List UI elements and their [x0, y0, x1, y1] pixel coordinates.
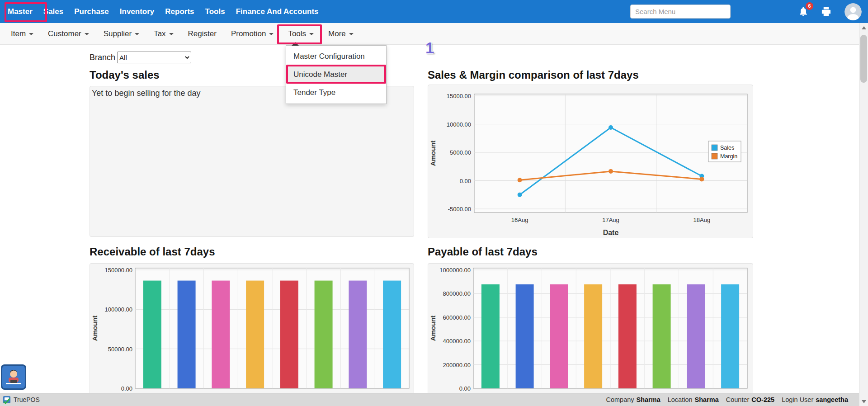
chevron-down-icon: [29, 33, 33, 35]
print-button[interactable]: [820, 6, 832, 18]
subnav-item-promotion[interactable]: Promotion: [224, 23, 281, 45]
sales-margin-chart-title: Sales & Margin comparison of last 7days: [428, 69, 639, 81]
subnav-item-item[interactable]: Item: [4, 23, 41, 45]
truepos-desktop-shortcut[interactable]: [1, 362, 29, 391]
top-nav-items: Master Sales Purchase Inventory Reports …: [0, 0, 324, 23]
menu-item-master-configuration[interactable]: Master Configuration: [286, 47, 386, 66]
scrollbar-thumb[interactable]: [860, 35, 867, 83]
svg-text:600000.00: 600000.00: [443, 314, 471, 321]
notification-badge: 6: [806, 2, 813, 10]
status-bar: TruePOS CompanySharma LocationSharma Cou…: [0, 393, 868, 406]
printer-icon: [821, 6, 831, 17]
subnav-item-label: Customer: [48, 23, 81, 45]
svg-text:5000.00: 5000.00: [450, 149, 471, 156]
scrollbar-up-arrow[interactable]: [859, 24, 868, 31]
sub-navbar: Item Customer Supplier Tax Register Prom…: [0, 23, 868, 45]
subnav-item-more[interactable]: More: [321, 23, 361, 45]
svg-text:17Aug: 17Aug: [602, 217, 619, 223]
svg-text:15000.00: 15000.00: [447, 93, 471, 99]
vertical-scrollbar[interactable]: [859, 23, 868, 406]
subnav-item-label: More: [328, 23, 346, 45]
footer-value: Sharma: [695, 396, 719, 403]
branch-label: Branch: [90, 53, 115, 62]
nav-inventory[interactable]: Inventory: [114, 0, 160, 23]
subnav-item-customer[interactable]: Customer: [41, 23, 96, 45]
svg-text:Amount: Amount: [429, 316, 437, 341]
receivable-chart-panel: 150000.00100000.0050000.000.00Amount: [90, 263, 414, 403]
nav-master[interactable]: Master: [2, 0, 38, 23]
footer-value: Sharma: [637, 396, 660, 403]
footer-value: sangeetha: [816, 396, 848, 403]
footer-company: CompanySharma: [606, 396, 660, 403]
subnav-item-label: Item: [11, 23, 26, 45]
svg-text:Amount: Amount: [429, 141, 437, 166]
sales-margin-chart-panel: 15000.0010000.005000.000.00-5000.0016Aug…: [428, 85, 753, 238]
nav-purchase[interactable]: Purchase: [69, 0, 114, 23]
receivable-chart-title: Receivable of last 7days: [90, 245, 215, 258]
subnav-item-label: Supplier: [104, 23, 132, 45]
triangle-down-icon: [862, 400, 866, 403]
footer-brand-text: TruePOS: [14, 396, 40, 403]
footer-session-info: CompanySharma LocationSharma CounterCO-2…: [606, 396, 848, 403]
today-sales-panel: Yet to begin selling for the day: [90, 86, 414, 237]
truepos-logo-icon: [3, 396, 11, 404]
payable-chart-title: Payable of last 7days: [428, 245, 538, 258]
subnav-item-label: Tools: [288, 23, 306, 45]
svg-text:1000000.00: 1000000.00: [439, 267, 471, 274]
desktop-shortcut-icon: [1, 362, 29, 391]
chevron-down-icon: [269, 33, 274, 35]
svg-text:0.00: 0.00: [459, 385, 471, 392]
payable-bar-chart: 1000000.00800000.00600000.00400000.00200…: [428, 264, 752, 399]
chevron-down-icon: [169, 33, 174, 35]
svg-text:18Aug: 18Aug: [693, 217, 711, 223]
subnav-item-tools[interactable]: Tools: [281, 23, 321, 45]
svg-text:200000.00: 200000.00: [443, 362, 471, 368]
user-avatar-icon: [844, 3, 862, 20]
footer-brand: TruePOS: [3, 396, 40, 404]
svg-text:Amount: Amount: [91, 316, 99, 341]
subnav-item-label: Tax: [154, 23, 165, 45]
scrollbar-down-arrow[interactable]: [859, 398, 868, 405]
footer-counter: CounterCO-225: [726, 396, 774, 403]
subnav-item-supplier[interactable]: Supplier: [96, 23, 146, 45]
top-navbar: Master Sales Purchase Inventory Reports …: [0, 0, 868, 23]
chevron-down-icon: [309, 33, 314, 35]
subnav-item-register[interactable]: Register: [181, 23, 224, 45]
svg-text:Date: Date: [603, 229, 619, 236]
nav-sales[interactable]: Sales: [38, 0, 69, 23]
svg-text:150000.00: 150000.00: [105, 267, 132, 274]
sales-margin-line-chart: 15000.0010000.005000.000.00-5000.0016Aug…: [428, 85, 753, 238]
svg-text:800000.00: 800000.00: [443, 290, 471, 297]
svg-text:0.00: 0.00: [460, 178, 471, 184]
subnav-item-tax[interactable]: Tax: [146, 23, 180, 45]
today-sales-title: Today's sales: [90, 69, 160, 81]
chevron-down-icon: [135, 33, 139, 35]
subnav-item-label: Register: [188, 23, 217, 45]
search-menu-input[interactable]: [630, 5, 731, 19]
chevron-down-icon: [85, 33, 89, 35]
svg-text:10000.00: 10000.00: [447, 121, 471, 128]
branch-select[interactable]: All: [117, 52, 191, 63]
svg-text:400000.00: 400000.00: [443, 338, 471, 345]
footer-login-user: Login Usersangeetha: [782, 396, 848, 403]
nav-tools[interactable]: Tools: [200, 0, 231, 23]
chevron-down-icon: [349, 33, 354, 35]
receivable-bar-chart: 150000.00100000.0050000.000.00Amount: [90, 264, 414, 399]
payable-chart-panel: 1000000.00800000.00600000.00400000.00200…: [428, 263, 753, 403]
tools-dropdown-menu: Master Configuration Unicode Master Tend…: [286, 45, 387, 104]
svg-text:16Aug: 16Aug: [511, 217, 528, 223]
svg-text:0.00: 0.00: [121, 385, 132, 392]
nav-reports[interactable]: Reports: [160, 0, 199, 23]
notifications-button[interactable]: 6: [797, 6, 809, 18]
menu-item-unicode-master[interactable]: Unicode Master: [286, 66, 386, 84]
footer-label: Login User: [782, 396, 813, 403]
triangle-up-icon: [862, 26, 866, 29]
svg-text:100000.00: 100000.00: [105, 306, 132, 313]
footer-label: Counter: [726, 396, 750, 403]
nav-finance-accounts[interactable]: Finance And Accounts: [231, 0, 324, 23]
menu-item-tender-type[interactable]: Tender Type: [286, 84, 386, 102]
subnav-item-label: Promotion: [231, 23, 266, 45]
top-nav-right-cluster: 6: [630, 3, 868, 20]
branch-filter-row: Branch All: [90, 52, 191, 63]
user-avatar[interactable]: [844, 3, 862, 20]
